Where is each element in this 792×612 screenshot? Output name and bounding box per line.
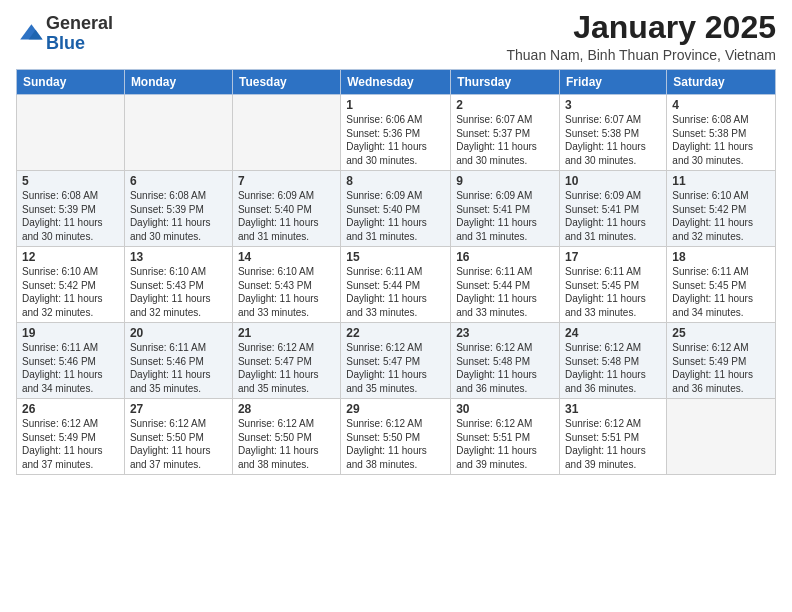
header: General Blue January 2025 Thuan Nam, Bin… bbox=[16, 10, 776, 63]
calendar-day: 8Sunrise: 6:09 AM Sunset: 5:40 PM Daylig… bbox=[341, 171, 451, 247]
calendar-day: 6Sunrise: 6:08 AM Sunset: 5:39 PM Daylig… bbox=[124, 171, 232, 247]
day-info: Sunrise: 6:12 AM Sunset: 5:51 PM Dayligh… bbox=[456, 417, 554, 471]
calendar-day: 17Sunrise: 6:11 AM Sunset: 5:45 PM Dayli… bbox=[560, 247, 667, 323]
day-number: 13 bbox=[130, 250, 227, 264]
day-number: 12 bbox=[22, 250, 119, 264]
logo-blue-text: Blue bbox=[46, 33, 85, 53]
day-number: 7 bbox=[238, 174, 335, 188]
day-number: 19 bbox=[22, 326, 119, 340]
day-number: 26 bbox=[22, 402, 119, 416]
day-info: Sunrise: 6:10 AM Sunset: 5:43 PM Dayligh… bbox=[130, 265, 227, 319]
day-info: Sunrise: 6:10 AM Sunset: 5:42 PM Dayligh… bbox=[672, 189, 770, 243]
logo: General Blue bbox=[16, 14, 113, 54]
calendar-week-row: 1Sunrise: 6:06 AM Sunset: 5:36 PM Daylig… bbox=[17, 95, 776, 171]
calendar-day bbox=[17, 95, 125, 171]
day-info: Sunrise: 6:12 AM Sunset: 5:51 PM Dayligh… bbox=[565, 417, 661, 471]
day-number: 23 bbox=[456, 326, 554, 340]
calendar-day: 20Sunrise: 6:11 AM Sunset: 5:46 PM Dayli… bbox=[124, 323, 232, 399]
calendar-day: 22Sunrise: 6:12 AM Sunset: 5:47 PM Dayli… bbox=[341, 323, 451, 399]
day-number: 17 bbox=[565, 250, 661, 264]
page: General Blue January 2025 Thuan Nam, Bin… bbox=[0, 0, 792, 612]
calendar-day bbox=[232, 95, 340, 171]
calendar-day: 12Sunrise: 6:10 AM Sunset: 5:42 PM Dayli… bbox=[17, 247, 125, 323]
calendar-header-row: Sunday Monday Tuesday Wednesday Thursday… bbox=[17, 70, 776, 95]
calendar-day: 19Sunrise: 6:11 AM Sunset: 5:46 PM Dayli… bbox=[17, 323, 125, 399]
day-info: Sunrise: 6:12 AM Sunset: 5:47 PM Dayligh… bbox=[238, 341, 335, 395]
day-number: 28 bbox=[238, 402, 335, 416]
calendar-day: 24Sunrise: 6:12 AM Sunset: 5:48 PM Dayli… bbox=[560, 323, 667, 399]
day-info: Sunrise: 6:08 AM Sunset: 5:39 PM Dayligh… bbox=[130, 189, 227, 243]
day-number: 16 bbox=[456, 250, 554, 264]
calendar-day: 31Sunrise: 6:12 AM Sunset: 5:51 PM Dayli… bbox=[560, 399, 667, 475]
calendar-day: 11Sunrise: 6:10 AM Sunset: 5:42 PM Dayli… bbox=[667, 171, 776, 247]
day-number: 20 bbox=[130, 326, 227, 340]
day-number: 27 bbox=[130, 402, 227, 416]
day-info: Sunrise: 6:09 AM Sunset: 5:41 PM Dayligh… bbox=[456, 189, 554, 243]
day-number: 5 bbox=[22, 174, 119, 188]
day-number: 4 bbox=[672, 98, 770, 112]
day-number: 15 bbox=[346, 250, 445, 264]
header-thursday: Thursday bbox=[451, 70, 560, 95]
calendar-day bbox=[124, 95, 232, 171]
calendar-week-row: 19Sunrise: 6:11 AM Sunset: 5:46 PM Dayli… bbox=[17, 323, 776, 399]
calendar-day: 4Sunrise: 6:08 AM Sunset: 5:38 PM Daylig… bbox=[667, 95, 776, 171]
header-tuesday: Tuesday bbox=[232, 70, 340, 95]
day-number: 3 bbox=[565, 98, 661, 112]
day-info: Sunrise: 6:11 AM Sunset: 5:44 PM Dayligh… bbox=[456, 265, 554, 319]
calendar-day: 23Sunrise: 6:12 AM Sunset: 5:48 PM Dayli… bbox=[451, 323, 560, 399]
calendar-day: 30Sunrise: 6:12 AM Sunset: 5:51 PM Dayli… bbox=[451, 399, 560, 475]
logo-icon bbox=[16, 20, 44, 48]
calendar-day: 7Sunrise: 6:09 AM Sunset: 5:40 PM Daylig… bbox=[232, 171, 340, 247]
day-number: 1 bbox=[346, 98, 445, 112]
title-block: January 2025 Thuan Nam, Binh Thuan Provi… bbox=[506, 10, 776, 63]
calendar-day: 3Sunrise: 6:07 AM Sunset: 5:38 PM Daylig… bbox=[560, 95, 667, 171]
day-info: Sunrise: 6:09 AM Sunset: 5:40 PM Dayligh… bbox=[238, 189, 335, 243]
day-info: Sunrise: 6:11 AM Sunset: 5:44 PM Dayligh… bbox=[346, 265, 445, 319]
calendar-day: 10Sunrise: 6:09 AM Sunset: 5:41 PM Dayli… bbox=[560, 171, 667, 247]
logo-general-text: General bbox=[46, 13, 113, 33]
header-friday: Friday bbox=[560, 70, 667, 95]
day-info: Sunrise: 6:12 AM Sunset: 5:50 PM Dayligh… bbox=[346, 417, 445, 471]
calendar-day: 2Sunrise: 6:07 AM Sunset: 5:37 PM Daylig… bbox=[451, 95, 560, 171]
day-info: Sunrise: 6:12 AM Sunset: 5:48 PM Dayligh… bbox=[456, 341, 554, 395]
day-info: Sunrise: 6:06 AM Sunset: 5:36 PM Dayligh… bbox=[346, 113, 445, 167]
header-saturday: Saturday bbox=[667, 70, 776, 95]
day-info: Sunrise: 6:09 AM Sunset: 5:40 PM Dayligh… bbox=[346, 189, 445, 243]
day-info: Sunrise: 6:10 AM Sunset: 5:43 PM Dayligh… bbox=[238, 265, 335, 319]
calendar-day: 1Sunrise: 6:06 AM Sunset: 5:36 PM Daylig… bbox=[341, 95, 451, 171]
day-info: Sunrise: 6:12 AM Sunset: 5:48 PM Dayligh… bbox=[565, 341, 661, 395]
day-info: Sunrise: 6:11 AM Sunset: 5:46 PM Dayligh… bbox=[22, 341, 119, 395]
month-title: January 2025 bbox=[506, 10, 776, 45]
day-number: 25 bbox=[672, 326, 770, 340]
day-number: 11 bbox=[672, 174, 770, 188]
calendar-week-row: 26Sunrise: 6:12 AM Sunset: 5:49 PM Dayli… bbox=[17, 399, 776, 475]
day-number: 14 bbox=[238, 250, 335, 264]
day-number: 22 bbox=[346, 326, 445, 340]
day-number: 29 bbox=[346, 402, 445, 416]
calendar-day: 16Sunrise: 6:11 AM Sunset: 5:44 PM Dayli… bbox=[451, 247, 560, 323]
header-sunday: Sunday bbox=[17, 70, 125, 95]
day-info: Sunrise: 6:11 AM Sunset: 5:46 PM Dayligh… bbox=[130, 341, 227, 395]
header-monday: Monday bbox=[124, 70, 232, 95]
day-info: Sunrise: 6:10 AM Sunset: 5:42 PM Dayligh… bbox=[22, 265, 119, 319]
calendar-day: 28Sunrise: 6:12 AM Sunset: 5:50 PM Dayli… bbox=[232, 399, 340, 475]
calendar-day bbox=[667, 399, 776, 475]
day-info: Sunrise: 6:12 AM Sunset: 5:49 PM Dayligh… bbox=[22, 417, 119, 471]
day-info: Sunrise: 6:12 AM Sunset: 5:50 PM Dayligh… bbox=[130, 417, 227, 471]
day-info: Sunrise: 6:12 AM Sunset: 5:47 PM Dayligh… bbox=[346, 341, 445, 395]
day-number: 10 bbox=[565, 174, 661, 188]
day-number: 8 bbox=[346, 174, 445, 188]
day-number: 24 bbox=[565, 326, 661, 340]
calendar-day: 14Sunrise: 6:10 AM Sunset: 5:43 PM Dayli… bbox=[232, 247, 340, 323]
location: Thuan Nam, Binh Thuan Province, Vietnam bbox=[506, 47, 776, 63]
day-number: 9 bbox=[456, 174, 554, 188]
calendar-day: 15Sunrise: 6:11 AM Sunset: 5:44 PM Dayli… bbox=[341, 247, 451, 323]
calendar-day: 5Sunrise: 6:08 AM Sunset: 5:39 PM Daylig… bbox=[17, 171, 125, 247]
day-info: Sunrise: 6:08 AM Sunset: 5:39 PM Dayligh… bbox=[22, 189, 119, 243]
day-number: 18 bbox=[672, 250, 770, 264]
calendar-day: 13Sunrise: 6:10 AM Sunset: 5:43 PM Dayli… bbox=[124, 247, 232, 323]
calendar-day: 29Sunrise: 6:12 AM Sunset: 5:50 PM Dayli… bbox=[341, 399, 451, 475]
calendar-week-row: 5Sunrise: 6:08 AM Sunset: 5:39 PM Daylig… bbox=[17, 171, 776, 247]
calendar-day: 26Sunrise: 6:12 AM Sunset: 5:49 PM Dayli… bbox=[17, 399, 125, 475]
calendar: Sunday Monday Tuesday Wednesday Thursday… bbox=[16, 69, 776, 475]
